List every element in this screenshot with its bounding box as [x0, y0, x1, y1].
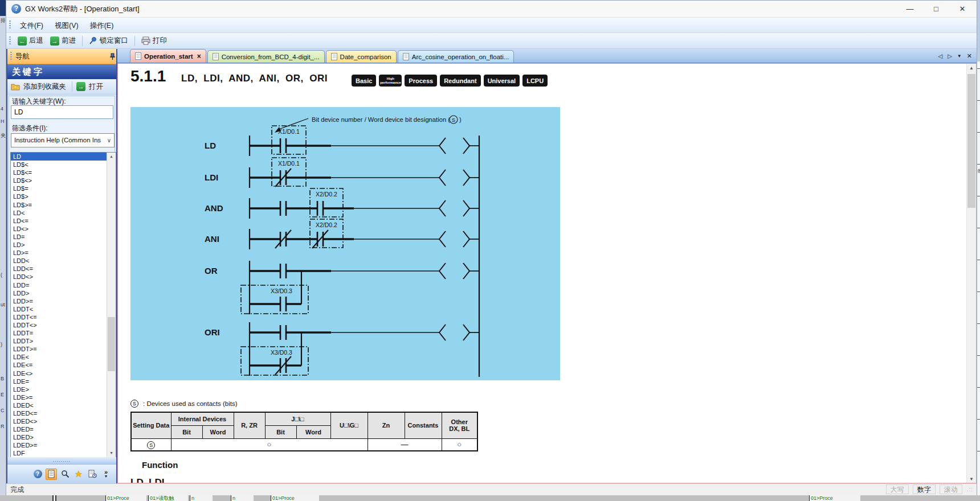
list-item[interactable]: LDE>=: [11, 393, 116, 401]
close-button[interactable]: ✕: [949, 1, 975, 17]
screen: 排4H夹(ut)BECR 条 01>Proce01>读取触nn01>Proce0…: [0, 0, 980, 501]
history-button[interactable]: [87, 469, 98, 480]
scroll-up-icon[interactable]: ▲: [967, 64, 976, 73]
back-icon: ←: [18, 36, 27, 46]
cpu-badge: Universal: [484, 75, 520, 87]
annotation: Bit device number / Word device bit desi…: [275, 116, 462, 133]
tab-close-button[interactable]: ✕: [967, 52, 972, 60]
list-item[interactable]: LDD>: [11, 289, 116, 297]
list-item[interactable]: LDD=: [11, 281, 116, 289]
background-grid-line: [977, 355, 980, 356]
list-item[interactable]: LDED<: [11, 401, 116, 409]
list-item[interactable]: LDED=: [11, 425, 116, 433]
filter-dropdown[interactable]: Instruction Help (Common Ins ∨: [11, 133, 115, 147]
list-item[interactable]: LDED>: [11, 433, 116, 441]
open-button[interactable]: → 打开: [75, 81, 106, 93]
list-item[interactable]: LDDT=: [11, 329, 116, 337]
list-item[interactable]: LDDT>=: [11, 345, 116, 353]
list-item[interactable]: LDE<: [11, 353, 116, 361]
list-item[interactable]: LD<>: [11, 225, 116, 233]
toolbar-overflow-button[interactable]: »▼: [100, 469, 112, 480]
list-item[interactable]: LDF: [11, 449, 116, 457]
list-item[interactable]: LD$=: [11, 184, 116, 192]
list-item[interactable]: LDDT<>: [11, 321, 116, 329]
list-item[interactable]: LDD<: [11, 257, 116, 265]
minimize-button[interactable]: —: [897, 1, 923, 17]
keyword-search-button[interactable]: [46, 469, 57, 480]
list-item[interactable]: LD$<>: [11, 176, 116, 184]
background-left-strip: 排4H夹(ut)BECR: [0, 0, 6, 501]
panel-splitter[interactable]: .........: [7, 457, 116, 464]
background-taskcell: 01>Proce: [105, 495, 146, 501]
list-item[interactable]: LD>=: [11, 249, 116, 257]
favorites-button[interactable]: ★: [73, 469, 84, 480]
section-title: LD, LDI, AND, ANI, OR, ORI: [181, 73, 328, 84]
list-item[interactable]: LDE<=: [11, 361, 116, 369]
list-item[interactable]: LD<=: [11, 217, 116, 225]
pin-icon[interactable]: [109, 52, 116, 60]
setting-data-note: S : Devices used as contacts (bits): [130, 400, 238, 408]
cpu-badge: Basic: [352, 75, 376, 87]
forward-button[interactable]: → 前进: [47, 34, 79, 47]
list-item[interactable]: LDD<>: [11, 273, 116, 281]
list-item[interactable]: LD>: [11, 241, 116, 249]
tab-conversion-from-bcd-4-digit-[interactable]: Conversion_from_BCD_4-digit_...: [207, 50, 325, 63]
help-window: ? GX Works2帮助 - [Operation_start] — □ ✕ …: [6, 0, 977, 495]
background-grid-line: [977, 323, 980, 324]
svg-text:S: S: [452, 117, 455, 123]
contents-help-button[interactable]: ?: [32, 469, 43, 480]
tab-scroll-left-button[interactable]: ◁: [938, 53, 942, 59]
main-area: Operation_start×Conversion_from_BCD_4-di…: [117, 49, 977, 483]
scroll-up-icon[interactable]: ▲: [107, 153, 116, 161]
list-item[interactable]: LDED<>: [11, 417, 116, 425]
tab-scroll-right-button[interactable]: ▷: [948, 53, 952, 59]
col-constants: Constants: [405, 412, 442, 438]
maximize-button[interactable]: □: [923, 1, 949, 17]
background-left-char: ): [1, 342, 2, 347]
svg-text:ANI: ANI: [205, 234, 219, 244]
back-button[interactable]: ← 后退: [14, 34, 47, 47]
list-item[interactable]: LDDT>: [11, 337, 116, 345]
list-item[interactable]: LD$>=: [11, 201, 116, 209]
lock-window-button[interactable]: 锁定窗口: [85, 34, 132, 47]
tab-list-button[interactable]: ▼: [957, 54, 962, 59]
keyword-input[interactable]: [11, 105, 113, 119]
tab-arc-cosine-operation-on-floati-[interactable]: Arc_cosine_operation_on_floati...: [398, 50, 514, 63]
list-item[interactable]: LD$>: [11, 192, 116, 200]
list-item[interactable]: LDE<>: [11, 369, 116, 377]
menu-item-0[interactable]: 文件(F): [14, 19, 49, 32]
list-item[interactable]: LD: [11, 153, 116, 161]
print-button[interactable]: 打印: [138, 34, 170, 47]
tab-close-icon[interactable]: ×: [197, 52, 201, 60]
tab-operation-start[interactable]: Operation_start×: [130, 49, 206, 63]
content-scrollbar-thumb[interactable]: [967, 74, 975, 208]
svg-text:X1/D0.1: X1/D0.1: [278, 160, 300, 167]
list-item[interactable]: LDD>=: [11, 297, 116, 305]
list-item[interactable]: LD$<=: [11, 169, 116, 176]
tab-date-comparison[interactable]: Date_comparison: [326, 50, 397, 63]
tab-label: Date_comparison: [340, 54, 391, 60]
list-item[interactable]: LDDT<=: [11, 313, 116, 321]
scroll-down-icon[interactable]: ▼: [967, 475, 976, 483]
list-item[interactable]: LD=: [11, 233, 116, 241]
menu-item-1[interactable]: 视图(V): [49, 19, 84, 32]
col-internal-devices: Internal Devices: [171, 412, 234, 425]
list-item[interactable]: LDED<=: [11, 409, 116, 417]
list-scrollbar[interactable]: ▲ ▼: [107, 153, 116, 457]
menu-item-2[interactable]: 操作(E): [84, 19, 120, 32]
content-scrollbar[interactable]: ▲ ▼: [966, 64, 976, 483]
background-left-char: C: [1, 408, 5, 413]
list-item[interactable]: LDE=: [11, 377, 116, 385]
list-item[interactable]: LDDT<: [11, 305, 116, 313]
list-scrollbar-thumb[interactable]: [108, 317, 115, 371]
scroll-down-icon[interactable]: ▼: [107, 449, 116, 457]
list-item[interactable]: LDED>=: [11, 441, 116, 449]
list-item[interactable]: LDD<=: [11, 265, 116, 273]
list-item[interactable]: LD<: [11, 209, 116, 217]
background-left-char: B: [1, 376, 4, 381]
list-item[interactable]: LDE>: [11, 385, 116, 393]
add-to-favorites-button[interactable]: 添加到收藏夹: [10, 81, 69, 93]
list-item[interactable]: LD$<: [11, 161, 116, 169]
search-button[interactable]: [59, 469, 71, 480]
cpu-badge: LCPU: [522, 75, 548, 87]
